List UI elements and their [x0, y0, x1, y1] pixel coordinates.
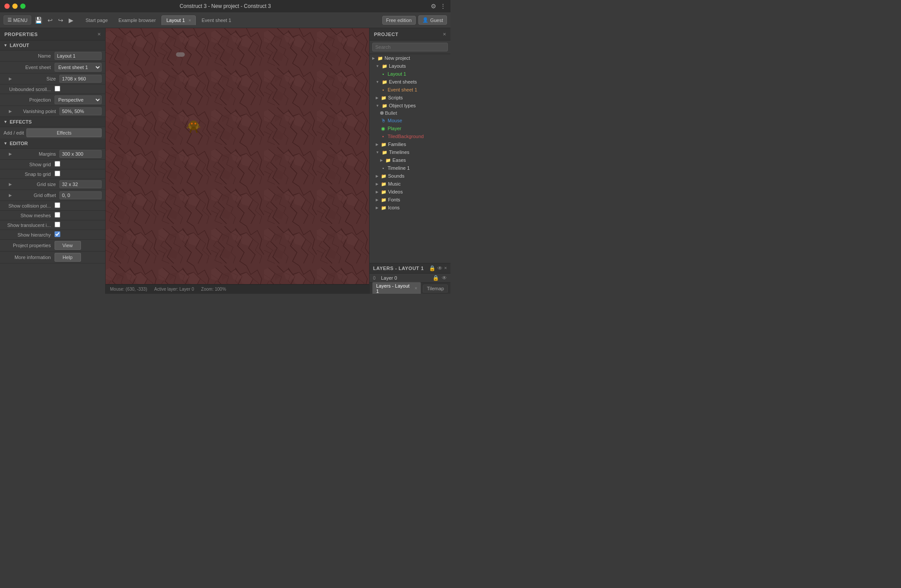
tree-item-timeline1[interactable]: ▪ Timeline 1: [370, 164, 450, 172]
tab-example-browser[interactable]: Example browser: [114, 15, 161, 25]
tree-item-icons[interactable]: ▶ 📁 Icons: [370, 204, 450, 212]
mouse-label: Mouse: [388, 118, 402, 123]
tree-item-families[interactable]: ▶ 📁 Families: [370, 140, 450, 148]
layers-close-icon[interactable]: ×: [444, 265, 447, 271]
new-project-folder-icon: 📁: [377, 55, 383, 61]
tree-item-music[interactable]: ▶ 📁 Music: [370, 180, 450, 188]
sounds-folder-icon: 📁: [381, 173, 387, 179]
tab-layout1[interactable]: Layout 1 ×: [161, 15, 196, 25]
undo-button[interactable]: ↩: [46, 15, 55, 26]
grid-size-input[interactable]: [59, 180, 102, 188]
tree-item-layouts[interactable]: ▼ 📁 Layouts: [370, 62, 450, 70]
tab-start-page[interactable]: Start page: [81, 15, 113, 25]
close-button[interactable]: [4, 4, 10, 9]
collision-checkbox[interactable]: [55, 202, 60, 208]
menu-button[interactable]: ☰ MENU: [4, 15, 31, 25]
event-sheet1-icon: ▪: [380, 87, 386, 93]
free-edition-button[interactable]: Free edition: [382, 16, 416, 25]
unbounded-checkbox[interactable]: [55, 86, 60, 91]
project-title: PROJECT: [374, 32, 398, 37]
event-sheet-select[interactable]: Event sheet 1: [55, 63, 102, 72]
bottom-tab-tilemap[interactable]: Tilemap: [423, 285, 448, 292]
size-arrow-icon: ▶: [9, 77, 12, 81]
unbounded-value: [55, 86, 102, 92]
guest-button[interactable]: 👤 Guest: [418, 15, 447, 25]
save-button[interactable]: 💾: [33, 15, 44, 26]
tree-item-event-sheets[interactable]: ▼ 📁 Event sheets: [370, 78, 450, 86]
properties-close-icon[interactable]: ×: [97, 31, 101, 37]
grid-offset-input[interactable]: [59, 191, 102, 199]
projection-select[interactable]: Perspective: [55, 95, 102, 104]
tab-close-icon[interactable]: ×: [188, 18, 191, 23]
show-grid-checkbox[interactable]: [55, 161, 60, 167]
object-types-folder-icon: 📁: [381, 102, 388, 109]
layer-eye-icon[interactable]: 👁: [442, 275, 447, 281]
layers-tab-close[interactable]: ×: [414, 286, 417, 291]
player-icon: ◉: [380, 125, 386, 131]
tilemap-tab-label: Tilemap: [427, 286, 444, 291]
layers-panel: LAYERS - LAYOUT 1 🔒 👁 × 0 Layer 0 🔒 👁: [370, 263, 450, 282]
layer-lock-icon[interactable]: 🔒: [432, 275, 439, 281]
tree-item-fonts[interactable]: ▶ 📁 Fonts: [370, 196, 450, 204]
minimize-button[interactable]: [12, 4, 18, 9]
hierarchy-value: [55, 231, 102, 238]
project-close-icon[interactable]: ×: [443, 31, 446, 37]
more-info-label: More information: [4, 255, 55, 260]
search-input[interactable]: [372, 43, 448, 51]
eases-arrow: ▶: [380, 158, 383, 162]
tree-item-layout1[interactable]: ▪ Layout 1: [370, 70, 450, 78]
margins-input[interactable]: [59, 150, 102, 158]
tree-item-eases[interactable]: ▶ 📁 Eases: [370, 156, 450, 164]
mouse-icon: 🖱: [380, 117, 386, 124]
music-label: Music: [388, 181, 401, 186]
tree-item-mouse[interactable]: 🖱 Mouse: [370, 117, 450, 124]
menu-icon: ☰: [7, 17, 12, 23]
name-input[interactable]: [55, 52, 102, 60]
event-sheet-value: Event sheet 1: [55, 63, 102, 72]
layer-row-0[interactable]: 0 Layer 0 🔒 👁: [370, 274, 450, 282]
tree-item-tiled-bg[interactable]: ▪ TiledBackground: [370, 132, 450, 140]
tree-item-object-types[interactable]: ▼ 📁 Object types: [370, 102, 450, 110]
tree-item-event-sheet1[interactable]: ▪ Event sheet 1: [370, 86, 450, 94]
maximize-button[interactable]: [20, 4, 26, 9]
grid-offset-value: [59, 191, 102, 199]
meshes-checkbox[interactable]: [55, 212, 60, 218]
tab-event-sheet1[interactable]: Event sheet 1: [197, 15, 236, 25]
effects-add-row: Add / edit Effects: [0, 127, 105, 139]
translucent-value: [55, 222, 102, 228]
layers-tab-label: Layers - Layout 1: [376, 283, 413, 294]
settings-icon[interactable]: ⚙: [431, 3, 436, 10]
snap-grid-checkbox[interactable]: [55, 171, 60, 176]
game-character: [185, 116, 202, 134]
tree-item-player[interactable]: ◉ Player: [370, 124, 450, 132]
translucent-checkbox[interactable]: [55, 222, 60, 227]
layers-lock-icon[interactable]: 🔒: [429, 265, 436, 271]
more-options-icon[interactable]: ⋮: [440, 3, 446, 10]
tree-item-new-project[interactable]: ▶ 📁 New project: [370, 54, 450, 62]
effects-section-header[interactable]: ▼ EFFECTS: [0, 117, 105, 127]
help-button[interactable]: Help: [55, 253, 81, 262]
prop-unbounded-row: Unbounded scroll...: [0, 84, 105, 94]
svg-line-14: [196, 129, 197, 133]
layout-section-header[interactable]: ▼ LAYOUT: [0, 40, 105, 51]
vanishing-input[interactable]: [59, 107, 102, 115]
tree-item-scripts[interactable]: ▶ 📁 Scripts: [370, 94, 450, 102]
fonts-arrow: ▶: [376, 198, 378, 202]
editor-section-header[interactable]: ▼ EDITOR: [0, 139, 105, 149]
tree-item-videos[interactable]: ▶ 📁 Videos: [370, 188, 450, 196]
size-input[interactable]: [59, 75, 102, 83]
tree-item-sounds[interactable]: ▶ 📁 Sounds: [370, 172, 450, 180]
canvas-viewport[interactable]: [106, 28, 369, 284]
scripts-arrow: ▶: [376, 96, 378, 100]
redo-button[interactable]: ↪: [56, 15, 65, 26]
layout1-label: Layout 1: [388, 71, 406, 77]
hierarchy-checkbox[interactable]: [55, 231, 60, 237]
bottom-tab-layers[interactable]: Layers - Layout 1 ×: [372, 282, 421, 294]
tree-item-bullet[interactable]: Bullet: [370, 110, 450, 117]
layers-header: LAYERS - LAYOUT 1 🔒 👁 ×: [370, 263, 450, 274]
effects-button[interactable]: Effects: [26, 128, 102, 137]
view-button[interactable]: View: [55, 241, 81, 250]
play-button[interactable]: ▶: [67, 15, 75, 26]
layers-eye-icon[interactable]: 👁: [437, 265, 443, 271]
tree-item-timelines[interactable]: ▼ 📁 Timelines: [370, 148, 450, 156]
